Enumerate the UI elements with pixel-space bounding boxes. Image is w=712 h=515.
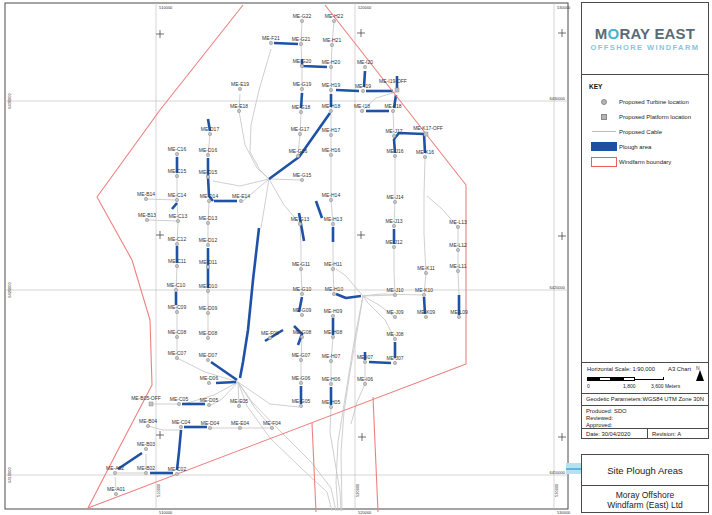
boundary-swatch-icon xyxy=(591,157,617,167)
turbine-label: ME-I06 xyxy=(357,376,373,382)
geodetic-value: WGS84 UTM Zone 30N xyxy=(642,396,704,405)
logo-rest: RAY EAST xyxy=(619,25,695,42)
map-frame xyxy=(5,3,568,509)
turbine-marker xyxy=(300,64,303,67)
turbine-marker xyxy=(329,65,332,68)
platform-marker xyxy=(424,132,428,136)
scale-tick-0: 0 xyxy=(587,383,590,389)
turbine-label: ME-J13 xyxy=(385,218,402,224)
turbine-label: ME-D16 xyxy=(199,147,218,153)
turbine-label: ME-G09 xyxy=(293,307,312,313)
turbine-marker xyxy=(329,133,332,136)
turbine-marker xyxy=(299,110,302,113)
turbine-marker xyxy=(456,225,459,228)
turbine-label: ME-I07 xyxy=(357,354,373,360)
turbine-label: ME-E05 xyxy=(230,398,248,404)
easting-label-rotated: 510000 xyxy=(156,483,161,497)
turbine-label: ME-C09 xyxy=(168,304,187,310)
turbine-label: ME-D08 xyxy=(199,330,218,336)
turbine-marker xyxy=(392,134,395,137)
turbine-label: ME-G21 xyxy=(292,36,311,42)
company-line1: Moray Offshore xyxy=(616,490,674,500)
logo-o-swoosh-icon: O xyxy=(608,25,620,42)
turbine-marker xyxy=(300,178,303,181)
turbine-label: ME-F08 xyxy=(261,330,279,336)
scale-tick-1800: 1,800 xyxy=(623,383,636,389)
easting-label-top: 510000 xyxy=(159,5,173,10)
turbine-marker xyxy=(456,269,459,272)
turbine-marker xyxy=(175,472,178,475)
turbine-label: ME-K09 xyxy=(417,309,435,315)
turbine-label: ME-L12 xyxy=(449,242,467,248)
turbine-marker xyxy=(299,404,302,407)
turbine-label: ME-D07 xyxy=(199,352,218,358)
chart-edge-mark-line xyxy=(566,468,581,470)
turbine-marker xyxy=(208,426,211,429)
turbine-marker xyxy=(329,405,332,408)
scale-tick-3600: 3,600 Meters xyxy=(651,383,680,389)
turbine-label: ME-D11 xyxy=(199,259,217,265)
turbine-marker xyxy=(331,335,334,338)
chart-title: Site Plough Areas xyxy=(582,455,708,486)
turbine-marker xyxy=(175,264,178,267)
turbine-marker xyxy=(207,403,210,406)
turbine-label: ME-D05 xyxy=(200,397,219,403)
turbine-marker xyxy=(146,424,149,427)
key-item-plough: Plough area xyxy=(589,142,701,151)
title-block: Site Plough Areas Moray Offshore Windfar… xyxy=(581,454,709,513)
cable-line-icon xyxy=(592,131,616,132)
turbine-marker xyxy=(296,154,299,157)
turbine-marker xyxy=(299,358,302,361)
scale-bar xyxy=(587,377,664,381)
turbine-marker xyxy=(331,314,334,317)
turbine-marker xyxy=(238,426,241,429)
turbine-label: ME-B02 xyxy=(137,465,155,471)
turbine-label: ME-J18 xyxy=(384,103,401,109)
turbine-marker xyxy=(331,222,334,225)
turbine-label: ME-L13 xyxy=(449,219,467,225)
turbine-label: ME-H10 xyxy=(325,286,344,292)
turbine-label: ME-G05 xyxy=(292,398,311,404)
turbine-label: ME-J17 xyxy=(385,128,402,134)
turbine-marker xyxy=(206,358,209,361)
turbine-label: ME-H08 xyxy=(324,329,343,335)
turbine-label: ME-H21 xyxy=(323,37,342,43)
key-item-boundary: Windfarm boundary xyxy=(589,157,701,166)
turbine-marker xyxy=(329,153,332,156)
northing-label-left: 6410000 xyxy=(7,466,12,482)
key-item-cable: Proposed Cable xyxy=(589,127,701,136)
turbine-label: ME-H20 xyxy=(322,59,341,65)
turbine-label: ME-H16 xyxy=(322,147,341,153)
turbine-label: ME-B14 xyxy=(137,191,155,197)
platform-label: ME-I19-OFF xyxy=(379,78,407,84)
turbine-label: ME-H07 xyxy=(322,353,341,359)
turbine-marker xyxy=(329,109,332,112)
turbine-marker xyxy=(329,88,332,91)
turbine-marker xyxy=(299,267,302,270)
turbine-marker xyxy=(144,471,147,474)
turbine-label: ME-K16 xyxy=(416,149,434,155)
turbine-marker xyxy=(206,265,209,268)
turbine-marker xyxy=(393,293,396,296)
easting-label-top: 520000 xyxy=(358,5,372,10)
info-panel: MORAY EAST OFFSHORE WINDFARM KEY Propose… xyxy=(581,2,709,439)
company-line2: Windfarm (East) Ltd xyxy=(607,500,683,510)
turbine-label: ME-I18 xyxy=(354,103,370,109)
turbine-label: ME-J12 xyxy=(385,239,402,245)
turbine-marker xyxy=(174,288,177,291)
turbine-label: ME-D15 xyxy=(199,169,218,175)
turbine-marker xyxy=(300,19,303,22)
turbine-label: ME-C08 xyxy=(168,329,187,335)
turbine-label: ME-H11 xyxy=(324,261,342,267)
logo-subtitle: OFFSHORE WINDFARM xyxy=(591,43,700,52)
turbine-label: ME-C12 xyxy=(168,236,187,242)
turbine-label: ME-G15 xyxy=(293,172,312,178)
turbine-marker xyxy=(206,336,209,339)
turbine-label: ME-H18 xyxy=(322,103,341,109)
turbine-marker xyxy=(332,292,335,295)
turbine-label: ME-J14 xyxy=(386,194,403,200)
turbine-marker xyxy=(299,381,302,384)
key-item-platform: Proposed Platform location xyxy=(589,112,701,121)
turbine-marker xyxy=(175,335,178,338)
geodetic-row: Geodetic Parameters: WGS84 UTM Zone 30N xyxy=(582,393,708,405)
